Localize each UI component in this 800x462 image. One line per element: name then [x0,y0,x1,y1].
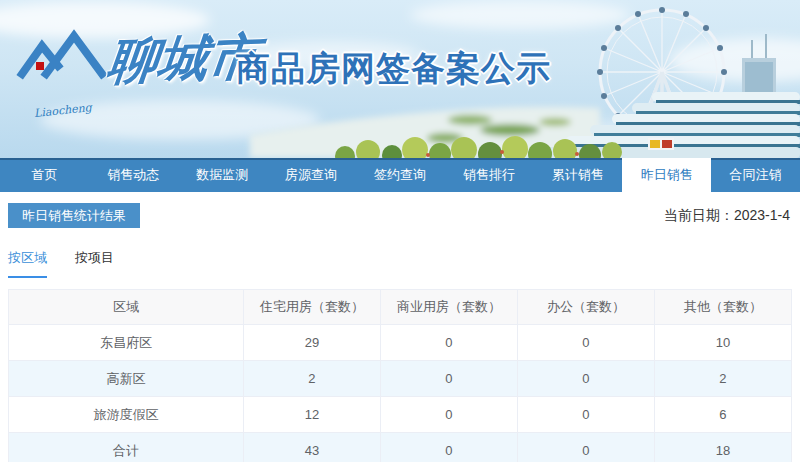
table-cell: 0 [380,397,517,433]
table-cell: 43 [243,433,380,462]
table-header-row: 区域住宅用房（套数）商业用房（套数）办公（套数）其他（套数） [9,290,792,325]
table-cell: 2 [243,361,380,397]
content-area: 昨日销售统计结果 当前日期：2023-1-4 按区域按项目 区域住宅用房（套数）… [0,203,800,462]
table-cell: 0 [517,325,654,361]
current-date-label: 当前日期：2023-1-4 [664,207,792,225]
table-cell: 0 [517,397,654,433]
table-cell: 0 [517,433,654,462]
nav-item-5[interactable]: 签约查询 [356,158,445,192]
logo-red-square [36,62,44,70]
content-header: 昨日销售统计结果 当前日期：2023-1-4 [8,203,792,228]
nav-item-1[interactable]: 首页 [0,158,89,192]
table-cell: 旅游度假区 [9,397,244,433]
mountain-m-logo-icon [16,28,116,100]
main-nav: 首页销售动态数据监测房源查询签约查询销售排行累计销售昨日销售合同注销 [0,158,800,192]
nav-item-6[interactable]: 销售排行 [444,158,533,192]
nav-item-9[interactable]: 合同注销 [711,158,800,192]
table-cell: 0 [380,433,517,462]
table-cell: 0 [380,325,517,361]
nav-item-2[interactable]: 销售动态 [89,158,178,192]
table-cell: 0 [380,361,517,397]
nav-item-8-active[interactable]: 昨日销售 [622,158,711,192]
table-cell: 高新区 [9,361,244,397]
table-cell: 2 [654,361,791,397]
table-cell: 10 [654,325,791,361]
column-header: 区域 [9,290,244,325]
table-cell: 29 [243,325,380,361]
table-cell: 东昌府区 [9,325,244,361]
subtab-2[interactable]: 按项目 [75,249,114,278]
view-subtabs: 按区域按项目 [8,249,792,278]
section-title-badge: 昨日销售统计结果 [8,203,140,228]
table-cell: 12 [243,397,380,433]
table-cell: 18 [654,433,791,462]
header-banner: Liaocheng 聊城市 商品房网签备案公示 [0,0,800,158]
site-title: 商品房网签备案公示 [236,46,551,92]
table-cell: 合计 [9,433,244,462]
nav-item-7[interactable]: 累计销售 [533,158,622,192]
column-header: 其他（套数） [654,290,791,325]
table-row: 旅游度假区12006 [9,397,792,433]
stats-table-wrap: 区域住宅用房（套数）商业用房（套数）办公（套数）其他（套数） 东昌府区29001… [8,289,792,462]
stats-table: 区域住宅用房（套数）商业用房（套数）办公（套数）其他（套数） 东昌府区29001… [8,289,792,462]
column-header: 住宅用房（套数） [243,290,380,325]
nav-item-3[interactable]: 数据监测 [178,158,267,192]
table-cell: 6 [654,397,791,433]
table-row: 东昌府区290010 [9,325,792,361]
liaocheng-logo: Liaocheng [16,28,116,100]
nav-item-4[interactable]: 房源查询 [267,158,356,192]
table-cell: 0 [517,361,654,397]
building-sign [650,140,660,148]
column-header: 办公（套数） [517,290,654,325]
table-row: 合计430018 [9,433,792,462]
column-header: 商业用房（套数） [380,290,517,325]
table-row: 高新区2002 [9,361,792,397]
subtab-1-active[interactable]: 按区域 [8,249,47,278]
